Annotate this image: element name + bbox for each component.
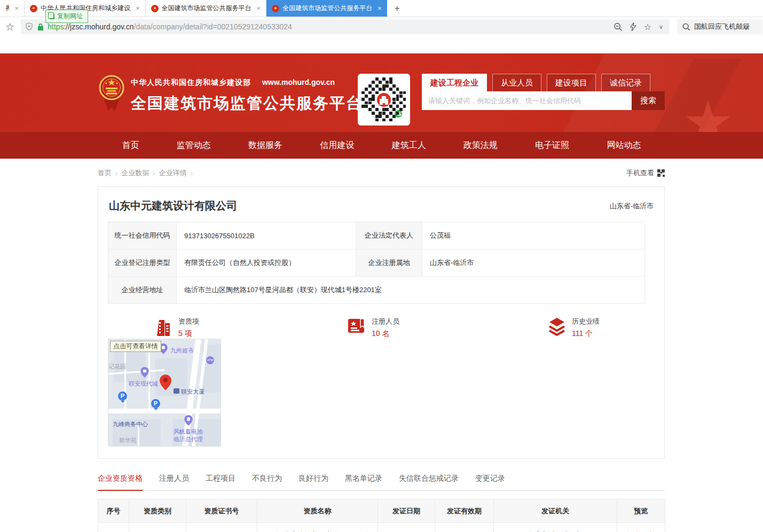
stat-registered-personnel[interactable]: 注册人员 10 名 [347,317,399,339]
ministry-name: 中华人民共和国住房和城乡建设部 [131,78,251,87]
breadcrumb: 首页 › 企业数据 › 企业详情 › 手机查看 [98,168,665,178]
tab-title: 全国建筑市场监管公共服务平台 [162,4,251,13]
national-emblem-icon [30,5,37,12]
nav-supervision[interactable]: 监管动态 [177,140,211,151]
legal-rep-value: 公茂福 [422,222,645,249]
reg-area-label: 企业注册属地 [356,249,422,277]
browser-tab-2[interactable]: 全国建筑市场监管公共服务平台 × [146,0,267,17]
page: 界 × 中华人民共和国住房和城乡建设 × 全国建筑市场监管公共服务平台 × 全国… [0,0,763,532]
national-emblem-icon [151,5,159,12]
close-icon[interactable]: × [377,4,382,12]
company-location-pin[interactable] [160,374,171,390]
company-region: 山东省-临沂市 [610,201,654,211]
certificate-icon [347,317,366,335]
breadcrumb-sep: › [115,169,117,177]
reg-type-value: 有限责任公司（自然人投资或控股） [177,249,356,277]
tab-registered-personnel[interactable]: 注册人员 [159,474,189,490]
breadcrumb-home[interactable]: 首页 [98,168,112,178]
col-validity: 发证有效期 [435,499,494,523]
table-row: 1 设计资质 A137030497 工程设计建筑行业（建筑工程）甲级 2017-… [98,523,665,532]
copy-url-tooltip: 复制网址 [45,10,88,23]
stat-label: 资质项 [178,317,199,326]
national-emblem [99,74,124,112]
browser-tab-0[interactable]: 界 × [0,0,25,17]
tab-blacklist[interactable]: 黑名单记录 [345,474,382,490]
keyword-search-input[interactable] [422,91,632,110]
new-tab-button[interactable]: + [387,0,407,17]
nav-home[interactable]: 首页 [122,140,139,151]
breadcrumb-sep: › [191,169,193,177]
nav-policy[interactable]: 政策法规 [463,140,498,151]
building-icon [155,317,173,337]
tab-change-records[interactable]: 变更记录 [475,474,505,490]
nav-site-news[interactable]: 网站动态 [607,140,641,151]
bookmark-star-icon[interactable]: ☆ [5,21,14,33]
stat-value: 10 名 [372,329,399,339]
reg-area-value: 山东省-临沂市 [422,249,645,277]
detail-tabs: 企业资质资格 注册人员 工程项目 不良行为 良好行为 黑名单记录 失信联合惩戒记… [98,474,665,491]
close-icon[interactable]: × [14,4,19,12]
nav-e-cert[interactable]: 电子证照 [535,140,569,151]
browser-tab-3-active[interactable]: 全国建筑市场监管公共服务平台 × [266,0,387,17]
map-label-xinhuayuan: 新华苑 [119,436,137,444]
map-label-battery-2: 临沂总代理 [174,435,203,443]
nav-workers[interactable]: 建筑工人 [392,140,426,151]
flash-icon[interactable] [630,22,636,31]
col-issue-date: 发证日期 [378,499,435,523]
close-icon[interactable]: × [257,4,261,12]
building-mini-icon [174,388,179,394]
tab-qualifications[interactable]: 企业资质资格 [98,474,143,491]
map-label-business-center: 九峰商务中心 [113,420,148,428]
tab-title: 全国建筑市场监管公共服务平台 [282,4,372,13]
url-path: /data/company/detail?id=0021052912405330… [134,22,292,31]
browser-toolbar: ☆ https://jzsc.mohurd.gov.cn/data/compan… [0,18,763,36]
chevron-down-icon[interactable]: ∨ [659,24,663,30]
toolbar-icon-group: ☆ ∨ [613,22,665,32]
site-header: 中华人民共和国住房和城乡建设部 www.mohurd.gov.cn 全国建筑市场… [0,53,763,132]
stat-label: 历史业绩 [572,317,600,326]
map-label-lianan-tower: 联安大厦 [181,388,204,396]
tab-good-behavior[interactable]: 良好行为 [298,474,328,490]
address-label: 企业经营地址 [108,277,177,304]
breadcrumb-sep: › [153,169,155,177]
close-icon[interactable]: × [136,4,140,12]
breadcrumb-company-data[interactable]: 企业数据 [121,168,149,178]
breadcrumb-company-detail[interactable]: 企业详情 [159,168,187,178]
qr-code-icon [657,169,665,177]
search-tab-credit[interactable]: 诚信记录 [601,74,650,91]
stat-qualifications[interactable]: 资质项 5 项 [155,317,199,339]
quick-search-box[interactable]: 国航回应飞机颠簸 [677,19,762,34]
atm-icon: ATM [206,356,214,364]
col-cert-no: 资质证书号 [186,499,257,523]
favorite-star-icon[interactable]: ☆ [644,22,651,32]
location-map[interactable]: 点击可查看详情 九州超市 ATM 联安现代城 联安大厦 P P 九峰商务中心 风… [108,339,221,447]
map-label-garden: 记花园 [108,363,126,371]
tab-bad-behavior[interactable]: 不良行为 [252,474,282,490]
col-preview: 预览 [617,499,665,523]
row-no: 1 [98,523,129,532]
search-tab-enterprise[interactable]: 建设工程企业 [422,74,487,91]
copy-icon [50,14,54,19]
shield-plus-icon[interactable] [25,22,33,31]
address-bar[interactable]: https://jzsc.mohurd.gov.cn/data/company/… [21,19,670,34]
nav-credit[interactable]: 信用建设 [320,140,354,151]
credit-code-value: 91371302675501022B [177,222,356,249]
search-button[interactable]: 搜索 [632,91,665,110]
mobile-view-button[interactable]: 手机查看 [626,168,665,178]
table-header-row: 序号 资质类别 资质证书号 资质名称 发证日期 发证有效期 发证机关 预览 [98,499,665,523]
search-tab-project[interactable]: 建设项目 [547,74,596,91]
tab-dishonesty[interactable]: 失信联合惩戒记录 [399,474,459,490]
authority: 住房和城乡建设部 [494,523,617,532]
map-tooltip: 点击可查看详情 [110,341,161,352]
map-label-battery-1: 风帆蓄电池 [174,428,203,436]
ministry-url: www.mohurd.gov.cn [262,78,335,87]
community-pin-icon [140,367,149,378]
nav-data-service[interactable]: 数据服务 [248,140,282,151]
zoom-out-icon[interactable] [613,22,623,32]
search-tab-personnel[interactable]: 从业人员 [492,74,541,91]
col-category: 资质类别 [129,499,186,523]
issue-date: 2017-08-02 [378,523,435,532]
mobile-view-label: 手机查看 [626,168,654,178]
stat-history-performance[interactable]: 历史业绩 111 个 [547,317,600,339]
tab-projects[interactable]: 工程项目 [206,474,235,490]
